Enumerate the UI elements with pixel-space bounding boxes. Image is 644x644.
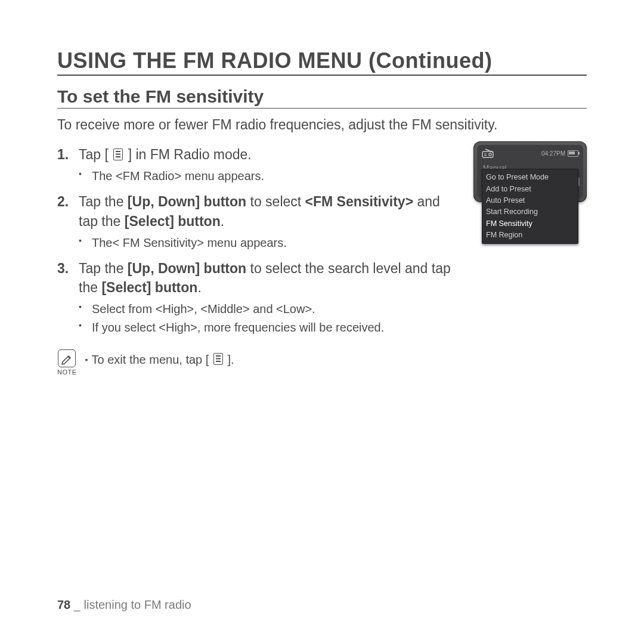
menu-item: Go to Preset Mode	[486, 172, 574, 183]
menu-item: FM Region	[486, 230, 574, 241]
battery-icon	[568, 150, 578, 157]
page-title: USING THE FM RADIO MENU (Continued)	[57, 48, 587, 76]
menu-item: Add to Preset	[486, 184, 574, 195]
page-footer: 78 _ listening to FM radio	[57, 598, 191, 612]
device-mockup: 04:27PM Manual 91.9 Go to Preset Mode Ad…	[473, 141, 587, 202]
note-icon	[58, 349, 76, 367]
note-label: NOTE	[57, 369, 77, 376]
note-pre: To exit the menu, tap [	[92, 353, 212, 366]
status-bar: 04:27PM	[482, 148, 578, 158]
step-1: Tap [ ] in FM Radio mode. The <FM Radio>…	[57, 145, 463, 185]
content-row: Tap [ ] in FM Radio mode. The <FM Radio>…	[57, 145, 587, 376]
device-screen: 04:27PM Manual 91.9 Go to Preset Mode Ad…	[477, 145, 583, 199]
menu-item-selected: FM Sensitivity	[486, 218, 574, 230]
step-3-sub-1: Select from <High>, <Middle> and <Low>.	[79, 301, 463, 318]
step-3-sub-2: If you select <High>, more frequencies w…	[79, 319, 463, 336]
t: .	[221, 213, 224, 229]
section-title: To set the FM sensitivity	[57, 86, 587, 109]
t: .	[197, 280, 201, 295]
fm-menu-panel: Go to Preset Mode Add to Preset Auto Pre…	[482, 169, 578, 244]
menu-icon	[113, 148, 123, 160]
note-text: ▪To exit the menu, tap [ ].	[85, 349, 234, 369]
clock-text: 04:27PM	[541, 150, 565, 157]
t: <FM Sensitivity>	[305, 194, 414, 209]
step-3-sub: Select from <High>, <Middle> and <Low>. …	[79, 301, 463, 336]
step-2-sub-1: The< FM Sensitivity> menu appears.	[79, 234, 463, 252]
step-1-sub-1: The <FM Radio> menu appears.	[79, 168, 463, 185]
frequency-row: 91.9 Go to Preset Mode Add to Preset Aut…	[482, 169, 578, 193]
t: [Up, Down] button	[128, 261, 246, 276]
menu-item: Auto Preset	[486, 195, 574, 206]
t: Tap the	[79, 194, 128, 209]
manual-page: USING THE FM RADIO MENU (Continued) To s…	[0, 0, 644, 644]
bullet-icon: ▪	[85, 355, 88, 364]
note-badge: NOTE	[57, 349, 77, 376]
t: [Select] button	[125, 213, 221, 229]
step-2-sub: The< FM Sensitivity> menu appears.	[79, 234, 463, 252]
step-1-post: ] in FM Radio mode.	[128, 147, 252, 162]
intro-text: To receive more or fewer FM radio freque…	[57, 116, 587, 134]
step-2: Tap the [Up, Down] button to select <FM …	[57, 192, 463, 251]
page-number: 78	[57, 598, 70, 611]
menu-icon	[213, 353, 223, 365]
footer-section: listening to FM radio	[84, 598, 191, 611]
step-1-sub: The <FM Radio> menu appears.	[79, 168, 463, 185]
steps-list: Tap [ ] in FM Radio mode. The <FM Radio>…	[57, 145, 463, 336]
note-row: NOTE ▪To exit the menu, tap [ ].	[57, 349, 463, 376]
note-post: ].	[224, 353, 234, 366]
step-3: Tap the [Up, Down] button to select the …	[57, 259, 463, 336]
t: [Select] button	[101, 280, 197, 295]
step-1-pre: Tap [	[79, 147, 109, 162]
steps-column: Tap [ ] in FM Radio mode. The <FM Radio>…	[57, 145, 463, 376]
menu-item: Start Recording	[486, 206, 574, 218]
clock-area: 04:27PM	[541, 150, 578, 157]
t: to select	[246, 194, 305, 209]
svg-point-2	[489, 153, 491, 156]
footer-sep: _	[70, 598, 83, 611]
t: Tap the	[79, 261, 128, 276]
radio-icon	[482, 148, 496, 158]
t: Up, Down] button	[132, 194, 247, 209]
